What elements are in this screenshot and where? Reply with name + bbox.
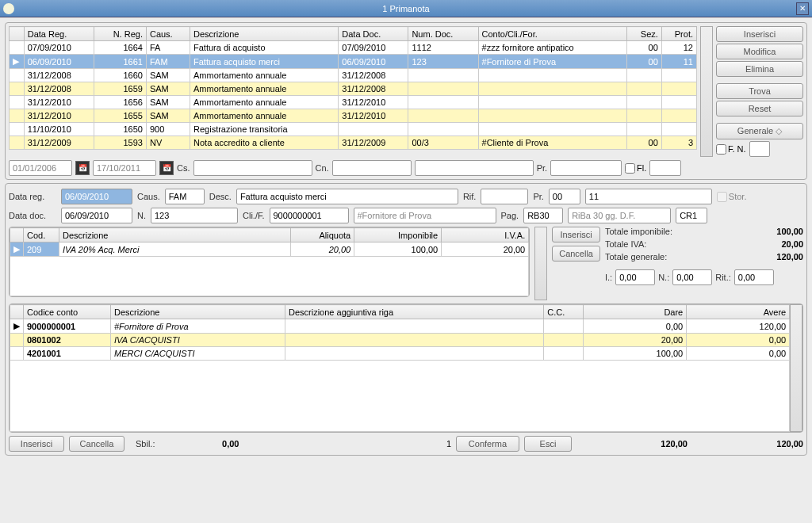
pag-input[interactable] bbox=[523, 208, 563, 223]
modifica-button[interactable]: Modifica bbox=[716, 44, 803, 59]
tot-dare: 120,00 bbox=[576, 439, 688, 449]
col-header[interactable]: Data Doc. bbox=[339, 27, 408, 41]
cn-input2[interactable] bbox=[415, 160, 534, 176]
col-header[interactable]: N. Reg. bbox=[94, 27, 146, 41]
totiva-label: Totale IVA: bbox=[605, 239, 646, 249]
sbil-value: 0,00 bbox=[159, 439, 239, 449]
caus-input[interactable] bbox=[165, 189, 205, 204]
iva-cancella-button[interactable]: Cancella bbox=[552, 246, 600, 262]
fn-checkbox[interactable]: F. N. bbox=[716, 141, 803, 157]
close-icon[interactable]: ✕ bbox=[796, 2, 809, 15]
pr-label: Pr. bbox=[537, 163, 547, 173]
table-row[interactable]: ▶ 06/09/20101661FAM Fattura acquisto mer… bbox=[10, 55, 697, 69]
clif-input[interactable] bbox=[270, 208, 349, 223]
date-to-input[interactable] bbox=[93, 160, 156, 176]
pr-input[interactable] bbox=[550, 160, 622, 176]
bottom-inserisci-button[interactable]: Inserisci bbox=[9, 436, 64, 452]
cs-label: Cs. bbox=[177, 163, 190, 173]
col-header[interactable]: Data Reg. bbox=[24, 27, 94, 41]
titlebar: 1 Primanota ✕ bbox=[0, 0, 812, 17]
desc-input[interactable] bbox=[236, 189, 458, 204]
table-row[interactable]: 07/09/20101664FA Fattura di acquisto07/0… bbox=[10, 41, 697, 55]
totiva-value: 20,00 bbox=[781, 239, 803, 249]
pag-label: Pag. bbox=[501, 211, 519, 220]
table-row[interactable]: 11/10/20101650900 Registrazione transito… bbox=[10, 123, 697, 136]
fl-checkbox[interactable]: Fl. bbox=[625, 163, 646, 174]
cs-input[interactable] bbox=[193, 160, 312, 176]
conferma-button[interactable]: Conferma bbox=[456, 436, 519, 452]
scrollbar[interactable] bbox=[700, 26, 713, 157]
inserisci-button[interactable]: Inserisci bbox=[716, 26, 803, 42]
datareg-input[interactable] bbox=[61, 189, 132, 204]
totimp-value: 100,00 bbox=[776, 227, 803, 236]
table-row[interactable]: 0801002IVA C/ACQUISTI20,000,00 bbox=[10, 334, 790, 347]
table-row[interactable]: 31/12/20091593NV Nota accredito a client… bbox=[10, 136, 697, 150]
totgen-label: Totale generale: bbox=[605, 252, 667, 262]
bottom-cancella-button[interactable]: Cancella bbox=[69, 436, 124, 452]
col-header[interactable]: Prot. bbox=[661, 27, 696, 41]
calendar-icon[interactable]: 📅 bbox=[75, 161, 90, 175]
totgen-value: 120,00 bbox=[776, 252, 803, 262]
esci-button[interactable]: Esci bbox=[524, 436, 572, 452]
iva-inserisci-button[interactable]: Inserisci bbox=[552, 227, 600, 242]
calendar-icon[interactable]: 📅 bbox=[159, 161, 174, 175]
date-from-input[interactable] bbox=[9, 160, 72, 176]
pr-label: Pr. bbox=[533, 192, 543, 201]
count-value: 1 bbox=[419, 439, 451, 449]
registrazioni-table[interactable]: Data Reg.N. Reg.Caus.DescrizioneData Doc… bbox=[9, 26, 697, 150]
caus-label: Caus. bbox=[137, 192, 160, 201]
desc-label: Desc. bbox=[209, 192, 232, 201]
col-header[interactable]: Descrizione bbox=[190, 27, 339, 41]
n-label: N. bbox=[137, 211, 146, 220]
datadoc-label: Data doc. bbox=[9, 211, 56, 220]
n-input[interactable] bbox=[151, 208, 238, 223]
trova-button[interactable]: Trova bbox=[716, 83, 803, 99]
iva-table[interactable]: Cod. Descrizione Aliquota Imponibile I.V… bbox=[10, 227, 529, 296]
window-title: 1 Primanota bbox=[382, 4, 429, 13]
stor-checkbox[interactable]: Stor. bbox=[717, 192, 747, 202]
elimina-button[interactable]: Elimina bbox=[716, 61, 803, 77]
prot-input[interactable] bbox=[585, 189, 712, 204]
scrollbar[interactable] bbox=[534, 227, 547, 300]
fl-input[interactable] bbox=[649, 160, 681, 176]
col-header[interactable]: Num. Doc. bbox=[408, 27, 478, 41]
conto-table[interactable]: Codice conto Descrizione Descrizione agg… bbox=[10, 304, 790, 432]
clif-label: Cli./F. bbox=[243, 211, 265, 220]
scrollbar[interactable] bbox=[790, 304, 802, 432]
table-row[interactable]: 31/12/20081659SAM Ammortamento annuale31… bbox=[10, 82, 697, 96]
col-header[interactable]: Conto/Cli./For. bbox=[478, 27, 626, 41]
rif-label: Rif. bbox=[463, 192, 477, 201]
generale-combo[interactable]: Generale bbox=[716, 123, 803, 139]
table-row[interactable]: 4201001MERCI C/ACQUISTI100,000,00 bbox=[10, 347, 790, 361]
table-row[interactable]: 31/12/20081660SAM Ammortamento annuale31… bbox=[10, 69, 697, 82]
cr-input[interactable] bbox=[676, 208, 707, 223]
rit-input[interactable] bbox=[734, 269, 774, 285]
reset-button[interactable]: Reset bbox=[716, 101, 803, 116]
datadoc-input[interactable] bbox=[61, 208, 132, 223]
i-input[interactable] bbox=[615, 269, 655, 285]
totimp-label: Totale imponibile: bbox=[605, 227, 672, 236]
table-row[interactable]: ▶9000000001#Fornitore di Prova0,00120,00 bbox=[10, 319, 790, 334]
rif-input[interactable] bbox=[481, 189, 528, 204]
tot-avere: 120,00 bbox=[692, 439, 803, 449]
pr-input[interactable] bbox=[549, 189, 580, 204]
datareg-label: Data reg. bbox=[9, 192, 56, 201]
cn-input[interactable] bbox=[332, 160, 412, 176]
col-header[interactable]: Caus. bbox=[146, 27, 190, 41]
clif-desc bbox=[354, 208, 496, 223]
n-input[interactable] bbox=[672, 269, 712, 285]
app-icon bbox=[3, 3, 14, 14]
sbil-label: Sbil.: bbox=[136, 439, 155, 449]
cn-label: Cn. bbox=[316, 163, 329, 173]
col-header[interactable]: Sez. bbox=[626, 27, 661, 41]
table-row[interactable]: 31/12/20101655SAM Ammortamento annuale31… bbox=[10, 109, 697, 123]
table-row[interactable]: 31/12/20101656SAM Ammortamento annuale31… bbox=[10, 96, 697, 109]
pag-desc bbox=[568, 208, 671, 223]
